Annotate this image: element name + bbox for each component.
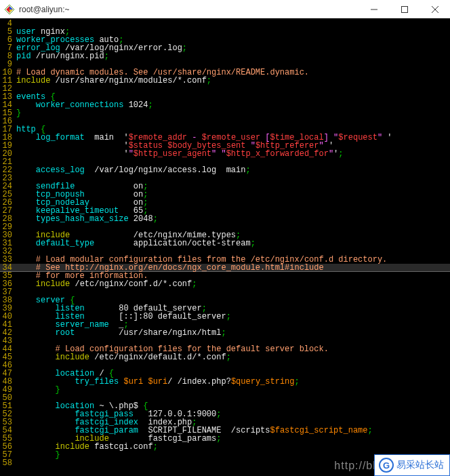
window-controls: [359, 0, 450, 18]
code-line[interactable]: 48 try_files $uri $uri/ /index.php?$quer…: [0, 378, 450, 386]
line-number: 34: [0, 264, 16, 271]
code-line[interactable]: 56 include fastcgi.conf;: [0, 443, 450, 451]
title-bar[interactable]: root@aliyun:~: [0, 0, 450, 18]
code-content[interactable]: # See http://nginx.org/en/docs/ngx_core_…: [16, 264, 450, 271]
code-content[interactable]: worker_connections 1024;: [16, 101, 450, 109]
code-line[interactable]: 14 worker_connections 1024;: [0, 101, 450, 109]
site-badge: G 易采站长站: [374, 454, 450, 476]
code-line[interactable]: 36 include /etc/nginx/conf.d/*.conf;: [0, 280, 450, 288]
badge-text: 易采站长站: [396, 459, 444, 471]
svg-rect-5: [401, 6, 407, 12]
app-icon: [4, 4, 15, 15]
code-line[interactable]: 12: [0, 85, 450, 93]
code-line[interactable]: 16: [0, 117, 450, 125]
badge-icon: G: [379, 458, 394, 473]
editor-viewport[interactable]: 45user nginx;6worker_processes auto;7err…: [0, 18, 450, 476]
code-content[interactable]: pid /run/nginx.pid;: [16, 52, 450, 60]
code-line[interactable]: 22 access_log /var/log/nginx/access.log …: [0, 166, 450, 174]
code-content[interactable]: root /usr/share/nginx/html;: [16, 329, 450, 337]
code-content[interactable]: default_type application/octet-stream;: [16, 239, 450, 247]
code-content[interactable]: access_log /var/log/nginx/access.log mai…: [16, 166, 450, 174]
code-content[interactable]: [16, 288, 450, 296]
code-line[interactable]: 42 root /usr/share/nginx/html;: [0, 329, 450, 337]
code-content[interactable]: [16, 85, 450, 93]
code-content[interactable]: try_files $uri $uri/ /index.php?$query_s…: [16, 378, 450, 386]
maximize-button[interactable]: [389, 0, 420, 18]
code-line[interactable]: 20 '"$http_user_agent" "$http_x_forwarde…: [0, 150, 450, 158]
code-line[interactable]: 49 }: [0, 386, 450, 394]
window-title: root@aliyun:~: [19, 5, 70, 14]
close-button[interactable]: [420, 0, 450, 18]
code-content[interactable]: }: [16, 386, 450, 394]
code-content[interactable]: include /etc/nginx/conf.d/*.conf;: [16, 280, 450, 288]
code-content[interactable]: [16, 117, 450, 125]
code-content[interactable]: '"$http_user_agent" "$http_x_forwarded_f…: [16, 150, 450, 158]
code-content[interactable]: [16, 20, 450, 28]
code-line[interactable]: 15}: [0, 109, 450, 117]
code-content[interactable]: }: [16, 109, 450, 117]
line-number: 58: [0, 459, 16, 467]
code-line[interactable]: 8pid /run/nginx.pid;: [0, 52, 450, 60]
code-line[interactable]: 11include /usr/share/nginx/modules/*.con…: [0, 77, 450, 85]
minimize-button[interactable]: [359, 0, 389, 18]
code-content[interactable]: include /usr/share/nginx/modules/*.conf;: [16, 77, 450, 85]
code-content[interactable]: include fastcgi.conf;: [16, 443, 450, 451]
code-content[interactable]: types_hash_max_size 2048;: [16, 215, 450, 223]
code-line[interactable]: 28 types_hash_max_size 2048;: [0, 215, 450, 223]
code-line[interactable]: 45 include /etc/nginx/default.d/*.conf;: [0, 353, 450, 361]
code-line[interactable]: 31 default_type application/octet-stream…: [0, 239, 450, 247]
code-content[interactable]: include /etc/nginx/default.d/*.conf;: [16, 353, 450, 361]
